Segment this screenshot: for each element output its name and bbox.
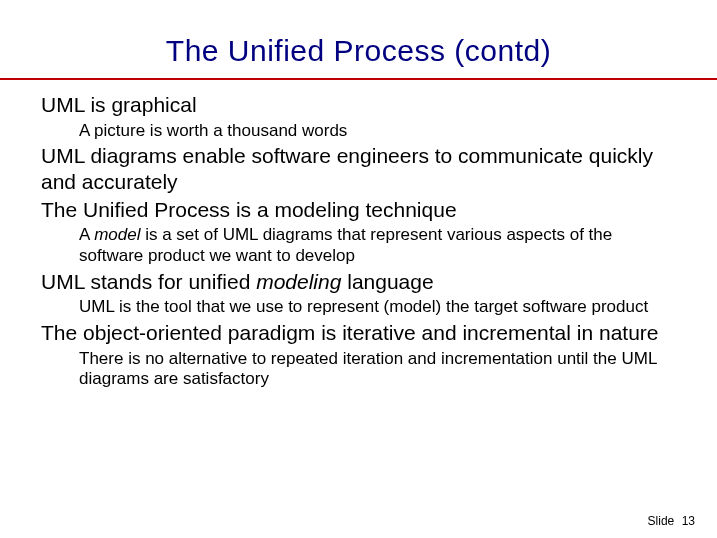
text-fragment: is a set of UML diagrams that represent … (79, 225, 612, 265)
bullet-4-sub: UML is the tool that we use to represent… (79, 297, 677, 318)
bullet-3: The Unified Process is a modeling techni… (41, 197, 677, 223)
text-fragment: language (341, 270, 433, 293)
slide: The Unified Process (contd) UML is graph… (0, 0, 717, 538)
bullet-4: UML stands for unified modeling language (41, 269, 677, 295)
bullet-5: The object-oriented paradigm is iterativ… (41, 320, 677, 346)
bullet-2: UML diagrams enable software engineers t… (41, 143, 677, 194)
bullet-5-sub: There is no alternative to repeated iter… (79, 349, 677, 390)
emphasis-modeling: modeling (256, 270, 341, 293)
text-fragment: A (79, 225, 94, 244)
text-fragment: UML stands for unified (41, 270, 256, 293)
slide-footer: Slide 13 (648, 514, 695, 528)
slide-number: 13 (682, 514, 695, 528)
title-region: The Unified Process (contd) (0, 0, 717, 68)
bullet-1: UML is graphical (41, 92, 677, 118)
slide-title: The Unified Process (contd) (0, 34, 717, 68)
bullet-1-sub: A picture is worth a thousand words (79, 121, 677, 142)
bullet-3-sub: A model is a set of UML diagrams that re… (79, 225, 677, 266)
slide-body: UML is graphical A picture is worth a th… (0, 80, 717, 390)
footer-label: Slide (648, 514, 675, 528)
emphasis-model: model (94, 225, 140, 244)
